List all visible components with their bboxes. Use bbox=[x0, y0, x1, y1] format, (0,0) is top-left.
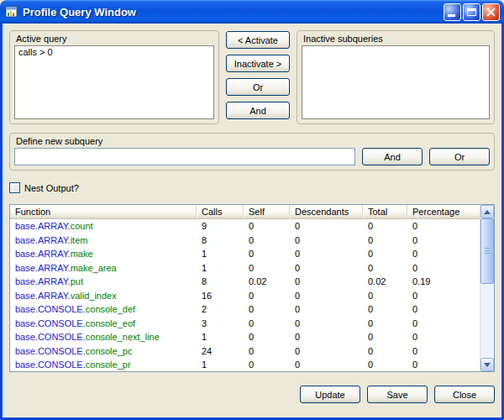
dialog-body: Active query calls > 0 < Activate Inacti… bbox=[0, 24, 504, 420]
function-feature: console_def bbox=[86, 304, 135, 314]
total-cell: 0 bbox=[363, 219, 407, 234]
table-row[interactable]: base.ARRAY.make_area 1 0 0 0 0 bbox=[10, 261, 480, 276]
scrollbar-thumb[interactable] bbox=[480, 218, 494, 284]
function-class: base.CONSOLE. bbox=[15, 346, 86, 356]
function-feature: item bbox=[71, 235, 88, 245]
descendants-cell: 0 bbox=[290, 317, 363, 331]
column-header-calls[interactable]: Calls bbox=[197, 205, 244, 218]
define-subquery-row: And Or bbox=[14, 148, 490, 165]
maximize-button[interactable] bbox=[463, 3, 480, 21]
minimize-button[interactable] bbox=[444, 3, 461, 21]
total-cell: 0 bbox=[363, 289, 407, 303]
scroll-down-button[interactable] bbox=[480, 358, 494, 371]
column-header-total[interactable]: Total bbox=[363, 205, 407, 218]
maximize-icon bbox=[467, 8, 476, 16]
table-row[interactable]: base.CONSOLE.console_eof 3 0 0 0 0 bbox=[10, 317, 480, 331]
self-cell: 0 bbox=[244, 247, 290, 261]
function-cell: base.ARRAY.count bbox=[10, 219, 197, 234]
percentage-cell: 0 bbox=[407, 317, 417, 331]
close-button[interactable] bbox=[482, 3, 500, 21]
table-row[interactable]: base.CONSOLE.console_pr 1 0 0 0 0 bbox=[10, 358, 480, 370]
percentage-cell: 0 bbox=[407, 344, 417, 359]
save-button[interactable]: Save bbox=[367, 386, 428, 403]
transfer-or-button[interactable]: Or bbox=[226, 78, 290, 96]
inactive-subqueries-list[interactable] bbox=[302, 45, 490, 119]
activate-button[interactable]: < Activate bbox=[226, 31, 290, 49]
function-cell: base.ARRAY.valid_index bbox=[10, 289, 197, 303]
transfer-buttons: < Activate Inactivate > Or And bbox=[226, 30, 290, 124]
subquery-and-button[interactable]: And bbox=[362, 148, 423, 165]
transfer-and-button[interactable]: And bbox=[226, 102, 290, 119]
active-query-list[interactable]: calls > 0 bbox=[14, 45, 214, 119]
function-feature: make bbox=[71, 249, 93, 259]
app-icon[interactable] bbox=[5, 5, 18, 18]
active-query-item[interactable]: calls > 0 bbox=[15, 46, 213, 58]
descendants-cell: 0 bbox=[290, 261, 363, 276]
self-cell: 0 bbox=[244, 261, 290, 276]
arrow-up-icon bbox=[484, 210, 491, 214]
self-cell: 0.02 bbox=[244, 275, 290, 289]
scroll-up-button[interactable] bbox=[480, 205, 494, 218]
table-row[interactable]: base.CONSOLE.console_def 2 0 0 0 0 bbox=[10, 302, 480, 317]
column-header-function[interactable]: Function bbox=[10, 205, 197, 218]
self-cell: 0 bbox=[244, 344, 290, 359]
update-button[interactable]: Update bbox=[300, 386, 360, 403]
descendants-cell: 0 bbox=[290, 289, 363, 303]
profile-query-window: Profile Query Window Active query calls … bbox=[0, 0, 504, 420]
self-cell: 0 bbox=[244, 289, 290, 303]
function-class: base.CONSOLE. bbox=[15, 304, 86, 314]
footer-buttons: Update Save Close bbox=[9, 386, 495, 403]
close-icon bbox=[486, 8, 496, 17]
percentage-cell: 0 bbox=[407, 261, 417, 276]
percentage-cell: 0.19 bbox=[407, 275, 430, 289]
calls-cell: 2 bbox=[197, 302, 244, 317]
subquery-input[interactable] bbox=[14, 148, 355, 165]
table-row[interactable]: base.ARRAY.valid_index 16 0 0 0 0 bbox=[10, 289, 480, 303]
titlebar[interactable]: Profile Query Window bbox=[0, 0, 504, 24]
minimize-icon bbox=[448, 14, 455, 17]
column-header-descendants[interactable]: Descendants bbox=[290, 205, 363, 218]
table-row[interactable]: base.CONSOLE.console_next_line 1 0 0 0 0 bbox=[10, 330, 480, 344]
column-header-percentage[interactable]: Percentage bbox=[407, 205, 480, 218]
query-section: Active query calls > 0 < Activate Inacti… bbox=[9, 30, 495, 124]
function-feature: make_area bbox=[71, 263, 117, 273]
active-query-group: Active query calls > 0 bbox=[9, 30, 219, 124]
function-cell: base.CONSOLE.console_pr bbox=[10, 358, 197, 370]
column-header-self[interactable]: Self bbox=[244, 205, 290, 218]
close-dialog-button[interactable]: Close bbox=[434, 386, 495, 403]
nest-output-checkbox[interactable] bbox=[9, 182, 20, 193]
percentage-cell: 0 bbox=[407, 247, 417, 261]
table-row[interactable]: base.ARRAY.item 8 0 0 0 0 bbox=[10, 234, 480, 248]
arrow-down-icon bbox=[484, 363, 491, 367]
descendants-cell: 0 bbox=[290, 275, 363, 289]
function-feature: console_next_line bbox=[86, 332, 160, 342]
table-scrollbar[interactable] bbox=[480, 205, 494, 371]
percentage-cell: 0 bbox=[407, 219, 417, 234]
table-row[interactable]: base.ARRAY.make 1 0 0 0 0 bbox=[10, 247, 480, 261]
descendants-cell: 0 bbox=[290, 219, 363, 234]
window-controls bbox=[444, 3, 500, 21]
function-feature: put bbox=[71, 276, 83, 286]
scrollbar-track[interactable] bbox=[480, 218, 494, 358]
table-row[interactable]: base.ARRAY.put 8 0.02 0 0.02 0.19 bbox=[10, 275, 480, 289]
function-class: base.ARRAY. bbox=[15, 221, 71, 231]
function-feature: count bbox=[71, 221, 93, 231]
table-row[interactable]: base.ARRAY.count 9 0 0 0 0 bbox=[10, 219, 480, 234]
window-title: Profile Query Window bbox=[23, 6, 136, 18]
function-feature: valid_index bbox=[71, 291, 117, 301]
function-feature: console_eof bbox=[86, 318, 135, 328]
table-row[interactable]: base.CONSOLE.console_pc 24 0 0 0 0 bbox=[10, 344, 480, 359]
self-cell: 0 bbox=[244, 219, 290, 234]
calls-cell: 1 bbox=[197, 358, 244, 370]
inactivate-button[interactable]: Inactivate > bbox=[226, 55, 290, 72]
self-cell: 0 bbox=[244, 358, 290, 370]
function-class: base.ARRAY. bbox=[15, 249, 71, 259]
function-cell: base.CONSOLE.console_def bbox=[10, 302, 197, 317]
percentage-cell: 0 bbox=[407, 330, 417, 344]
function-cell: base.ARRAY.put bbox=[10, 275, 197, 289]
calls-cell: 16 bbox=[197, 289, 244, 303]
calls-cell: 8 bbox=[197, 275, 244, 289]
subquery-or-button[interactable]: Or bbox=[429, 148, 490, 165]
calls-cell: 9 bbox=[197, 219, 244, 234]
total-cell: 0 bbox=[363, 358, 407, 370]
